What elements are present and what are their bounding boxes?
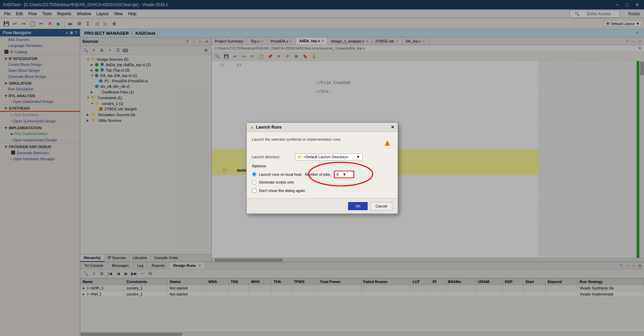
dialog-options-label: Options: [252, 164, 392, 168]
dialog-title-content: ▲ Launch Runs: [250, 125, 282, 130]
launch-runs-dialog: ▲ Launch Runs ✕ Launch the selected synt…: [246, 122, 398, 214]
dialog-title-bar: ▲ Launch Runs ✕: [247, 123, 398, 132]
dialog-launch-local-label: Launch runs on local host:: [259, 172, 302, 176]
dialog-close-icon[interactable]: ✕: [391, 125, 394, 130]
dialog-dir-value: <Default Launch Directory>: [304, 155, 349, 159]
dialog-vivado-icon: ▲: [250, 125, 254, 130]
dialog-generate-scripts-row: Generate scripts only: [252, 180, 392, 185]
dialog-footer: OK Cancel: [247, 198, 398, 214]
dialog-overlay: ▲ Launch Runs ✕ Launch the selected synt…: [0, 0, 644, 336]
dialog-jobs-select[interactable]: 8 ▼: [334, 171, 354, 178]
dialog-title-label: Launch Runs: [256, 125, 281, 130]
dialog-launch-dir-row: Launch directory: 📁 <Default Launch Dire…: [252, 153, 392, 161]
dialog-dont-show-row: Don't show this dialog again: [252, 189, 392, 193]
dialog-jobs-container: 8 ▼: [334, 171, 354, 178]
dialog-dont-show-checkbox[interactable]: [252, 189, 256, 193]
dialog-num-jobs-label: Number of jobs:: [305, 172, 331, 176]
dialog-jobs-value: 8: [337, 172, 339, 176]
dialog-desc-text: Launch the selected synthesis or impleme…: [252, 137, 341, 141]
dialog-launch-local-row: Launch runs on local host: Number of job…: [252, 171, 392, 178]
dialog-dont-show-label: Don't show this dialog again: [259, 189, 305, 193]
dialog-launch-dir-label: Launch directory:: [252, 155, 293, 159]
dialog-launch-local-radio[interactable]: [252, 172, 256, 176]
dialog-ok-button[interactable]: OK: [348, 202, 368, 210]
dialog-options-section: Options Launch runs on local host: Numbe…: [252, 164, 392, 185]
dialog-vivado-logo: ▲: [383, 137, 392, 148]
dialog-description: Launch the selected synthesis or impleme…: [252, 137, 392, 148]
dialog-body: Launch the selected synthesis or impleme…: [247, 132, 398, 198]
dialog-dir-folder-icon: 📁: [298, 155, 302, 159]
dialog-launch-dir-select[interactable]: 📁 <Default Launch Directory> ▼: [295, 153, 363, 161]
dialog-generate-scripts-radio[interactable]: [252, 180, 256, 185]
dialog-dir-dropdown-icon: ▼: [357, 155, 360, 159]
dialog-generate-scripts-label: Generate scripts only: [259, 180, 294, 184]
dialog-jobs-dropdown-icon: ▼: [343, 172, 346, 176]
dialog-cancel-button[interactable]: Cancel: [370, 202, 392, 210]
